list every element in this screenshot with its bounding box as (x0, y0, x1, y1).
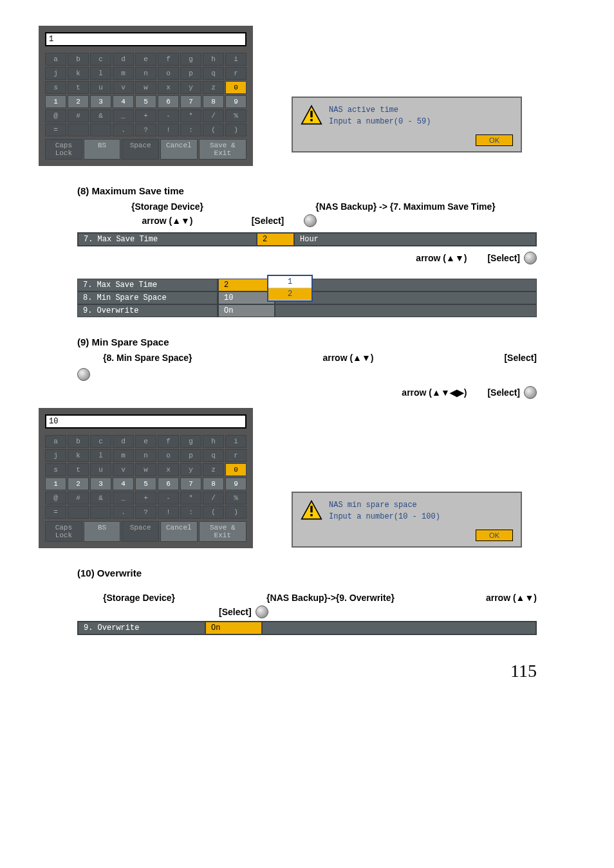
key-bs[interactable]: BS (84, 139, 121, 160)
key-g[interactable]: g (180, 435, 201, 448)
key-x[interactable]: x (158, 463, 179, 476)
dropdown-option-1[interactable]: 1 (268, 276, 312, 288)
key-blank[interactable] (90, 506, 111, 519)
key-s[interactable]: s (45, 81, 66, 94)
key-4[interactable]: 4 (113, 477, 134, 490)
key-save-exit[interactable]: Save & Exit (199, 521, 247, 542)
menu-value[interactable]: On (218, 305, 275, 317)
menu-value[interactable]: On (205, 622, 263, 634)
key-([interactable]: ( (203, 506, 224, 519)
key-bs[interactable]: BS (84, 521, 121, 542)
key-y[interactable]: y (180, 81, 201, 94)
key-blank[interactable] (68, 506, 89, 519)
key-%[interactable]: % (225, 109, 247, 122)
key-u[interactable]: u (90, 81, 111, 94)
key-l[interactable]: l (90, 67, 111, 80)
key-1[interactable]: 1 (45, 477, 66, 490)
key-w[interactable]: w (135, 81, 156, 94)
key-save-exit[interactable]: Save & Exit (199, 139, 247, 160)
key-j[interactable]: j (45, 67, 66, 80)
key-t[interactable]: t (68, 463, 89, 476)
key-r[interactable]: r (225, 67, 247, 80)
key-5[interactable]: 5 (135, 477, 156, 490)
ok-button[interactable]: OK (476, 530, 513, 541)
key-7[interactable]: 7 (180, 95, 201, 108)
key-s[interactable]: s (45, 463, 66, 476)
key-![interactable]: ! (158, 124, 179, 136)
key-:[interactable]: : (180, 124, 201, 136)
key-#[interactable]: # (68, 109, 89, 122)
key-caps-lock[interactable]: Caps Lock (45, 521, 82, 542)
key-n[interactable]: n (135, 67, 156, 80)
key-&[interactable]: & (90, 109, 111, 122)
key-f[interactable]: f (158, 53, 179, 66)
key-r[interactable]: r (225, 449, 247, 462)
key-w[interactable]: w (135, 463, 156, 476)
key-%[interactable]: % (225, 492, 247, 504)
key-i[interactable]: i (225, 53, 247, 66)
key-2[interactable]: 2 (68, 95, 89, 108)
key-2[interactable]: 2 (68, 477, 89, 490)
key-=[interactable]: = (45, 124, 66, 136)
key-q[interactable]: q (203, 67, 224, 80)
key-3[interactable]: 3 (90, 95, 111, 108)
key-caps-lock[interactable]: Caps Lock (45, 139, 82, 160)
key-g[interactable]: g (180, 53, 201, 66)
key-x[interactable]: x (158, 81, 179, 94)
key-([interactable]: ( (203, 124, 224, 136)
key-b[interactable]: b (68, 53, 89, 66)
menu-value[interactable]: 2 (256, 234, 295, 245)
key-?[interactable]: ? (135, 124, 156, 136)
key-q[interactable]: q (203, 449, 224, 462)
key-1[interactable]: 1 (45, 95, 66, 108)
key-o[interactable]: o (158, 449, 179, 462)
key-.[interactable]: . (113, 124, 134, 136)
key-p[interactable]: p (180, 67, 201, 80)
key-a[interactable]: a (45, 53, 66, 66)
key-o[interactable]: o (158, 67, 179, 80)
key-?[interactable]: ? (135, 506, 156, 519)
key-cancel[interactable]: Cancel (160, 139, 198, 160)
key-j[interactable]: j (45, 449, 66, 462)
key-c[interactable]: c (90, 435, 111, 448)
key-*[interactable]: * (180, 492, 201, 504)
key-e[interactable]: e (135, 435, 156, 448)
key-:[interactable]: : (180, 506, 201, 519)
key-&[interactable]: & (90, 492, 111, 504)
key-#[interactable]: # (68, 492, 89, 504)
key-)[interactable]: ) (225, 506, 247, 519)
key-h[interactable]: h (203, 435, 224, 448)
ok-button[interactable]: OK (476, 134, 513, 146)
key-9[interactable]: 9 (225, 95, 247, 108)
key-0[interactable]: 0 (225, 463, 247, 476)
key-/[interactable]: / (203, 109, 224, 122)
key-h[interactable]: h (203, 53, 224, 66)
key-m[interactable]: m (113, 449, 134, 462)
key-k[interactable]: k (68, 449, 89, 462)
key-=[interactable]: = (45, 506, 66, 519)
key-z[interactable]: z (203, 463, 224, 476)
key-5[interactable]: 5 (135, 95, 156, 108)
key-7[interactable]: 7 (180, 477, 201, 490)
key-8[interactable]: 8 (203, 95, 224, 108)
key-4[interactable]: 4 (113, 95, 134, 108)
key-v[interactable]: v (113, 81, 134, 94)
key-blank[interactable] (90, 124, 111, 136)
key-8[interactable]: 8 (203, 477, 224, 490)
key-6[interactable]: 6 (158, 477, 179, 490)
key-v[interactable]: v (113, 463, 134, 476)
key-+[interactable]: + (135, 492, 156, 504)
key-blank[interactable] (68, 124, 89, 136)
key-z[interactable]: z (203, 81, 224, 94)
key-p[interactable]: p (180, 449, 201, 462)
key-*[interactable]: * (180, 109, 201, 122)
key-k[interactable]: k (68, 67, 89, 80)
key-cancel[interactable]: Cancel (160, 521, 198, 542)
key-![interactable]: ! (158, 506, 179, 519)
key-a[interactable]: a (45, 435, 66, 448)
key-_[interactable]: _ (113, 492, 134, 504)
key-u[interactable]: u (90, 463, 111, 476)
key--[interactable]: - (158, 492, 179, 504)
key-t[interactable]: t (68, 81, 89, 94)
key-y[interactable]: y (180, 463, 201, 476)
